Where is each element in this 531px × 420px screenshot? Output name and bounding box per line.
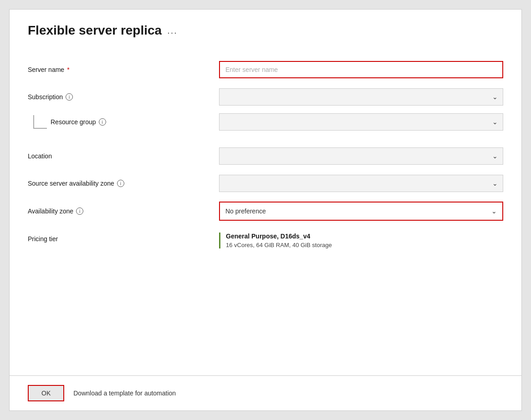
availability-zone-info-icon[interactable]: i [76, 207, 83, 215]
subscription-row: Subscription i ⌄ [28, 83, 503, 111]
resource-group-select-wrapper: ⌄ [219, 113, 503, 131]
location-select-wrapper: ⌄ [219, 147, 503, 165]
availability-zone-select[interactable]: No preference 1 2 3 [220, 202, 502, 220]
availability-zone-select-wrapper: No preference 1 2 3 ⌄ [219, 202, 503, 221]
resource-group-control: ⌄ [219, 113, 503, 131]
pricing-tier-control: General Purpose, D16ds_v4 16 vCores, 64 … [219, 233, 503, 248]
source-availability-zone-select-wrapper: ⌄ [219, 175, 503, 192]
source-availability-zone-select[interactable] [219, 175, 503, 192]
form-section: Server name * Subscription i [28, 56, 503, 253]
dialog-title: Flexible server replica [28, 23, 162, 38]
subscription-select[interactable] [219, 88, 503, 106]
title-row: Flexible server replica ... [28, 23, 503, 38]
dialog-footer: OK Download a template for automation [10, 375, 521, 410]
server-name-row: Server name * [28, 56, 503, 83]
server-name-label: Server name * [28, 66, 219, 73]
resource-group-info-icon[interactable]: i [99, 118, 106, 126]
pricing-tier-row: Pricing tier General Purpose, D16ds_v4 1… [28, 225, 503, 253]
location-select[interactable] [219, 147, 503, 165]
ok-button[interactable]: OK [28, 385, 64, 401]
pricing-tier-info: General Purpose, D16ds_v4 16 vCores, 64 … [219, 233, 503, 248]
pricing-tier-label: Pricing tier [28, 233, 219, 243]
source-availability-zone-info-icon[interactable]: i [117, 180, 124, 187]
dialog-body: Flexible server replica ... Server name … [10, 10, 521, 375]
resource-group-label: Resource group i [28, 115, 219, 129]
availability-zone-control: No preference 1 2 3 ⌄ [219, 202, 503, 221]
availability-zone-label: Availability zone i [28, 207, 219, 215]
resource-group-row: Resource group i ⌄ [28, 111, 503, 138]
location-label: Location [28, 152, 219, 160]
server-name-control [219, 61, 503, 78]
availability-zone-row: Availability zone i No preference 1 2 3 … [28, 197, 503, 225]
subscription-control: ⌄ [219, 88, 503, 106]
pricing-tier-detail: 16 vCores, 64 GiB RAM, 40 GiB storage [226, 242, 503, 248]
location-control: ⌄ [219, 147, 503, 165]
resource-group-select[interactable] [219, 113, 503, 131]
location-row: Location ⌄ [28, 142, 503, 170]
title-more-icon[interactable]: ... [167, 25, 178, 36]
source-availability-zone-control: ⌄ [219, 175, 503, 192]
flexible-server-replica-dialog: Flexible server replica ... Server name … [9, 9, 522, 411]
subscription-select-wrapper: ⌄ [219, 88, 503, 106]
server-name-required: * [67, 66, 69, 73]
template-link[interactable]: Download a template for automation [73, 390, 176, 397]
source-availability-zone-label: Source server availability zone i [28, 180, 219, 187]
source-availability-zone-row: Source server availability zone i ⌄ [28, 170, 503, 197]
subscription-info-icon[interactable]: i [66, 93, 73, 101]
subscription-label: Subscription i [28, 93, 219, 101]
pricing-tier-title: General Purpose, D16ds_v4 [226, 233, 503, 240]
server-name-input[interactable] [219, 61, 503, 78]
